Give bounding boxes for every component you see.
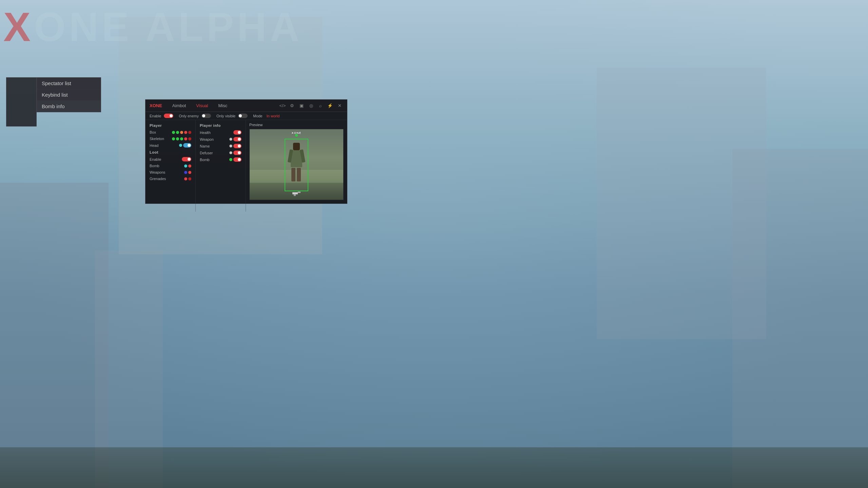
svg-rect-2	[294, 194, 296, 196]
col-preview: Preview XONE	[246, 120, 347, 212]
tab-misc[interactable]: Misc	[214, 102, 232, 110]
box-dot-2[interactable]	[176, 131, 179, 134]
loot-enable-row: Enable	[150, 157, 191, 161]
loot-weapons-label: Weapons	[150, 170, 183, 174]
only-enemy-label: Only enemy	[179, 114, 199, 118]
weapon-dot[interactable]	[229, 138, 232, 141]
loot-grenades-dot-right[interactable]	[188, 177, 191, 180]
box-dot-4[interactable]	[184, 131, 187, 134]
health-row: Health	[200, 130, 242, 135]
panel-header: XONE Aimbot Visual Misc </> ⚙ ▣ ◎ ⌕ ⚡ ✕	[146, 100, 347, 112]
only-visible-label: Only visible	[216, 114, 235, 118]
box-dot-3[interactable]	[180, 131, 183, 134]
health-toggle[interactable]	[233, 130, 242, 135]
weapon-label: Weapon	[200, 137, 229, 141]
head-toggle[interactable]	[183, 143, 191, 148]
close-icon[interactable]: ✕	[336, 103, 343, 108]
name-toggle[interactable]	[233, 144, 242, 148]
defuser-row: Defuser	[200, 151, 242, 155]
bg-overlay	[0, 0, 868, 488]
doc-icon[interactable]: ▣	[298, 103, 305, 108]
loot-bomb-row: Bomb	[150, 164, 191, 168]
context-item-bomb-info[interactable]: Bomb info	[37, 101, 101, 112]
loot-grenades-row: Grenades	[150, 177, 191, 181]
loot-grenades-dot-left[interactable]	[184, 177, 187, 180]
only-enemy-toggle[interactable]	[201, 114, 211, 118]
bomb-label: Bomb	[200, 158, 229, 162]
only-visible-toggle[interactable]	[238, 114, 248, 118]
name-dot[interactable]	[229, 144, 232, 148]
bomb-row: Bomb	[200, 157, 242, 162]
loot-section-title: Loot	[150, 150, 191, 154]
loot-weapons-dot-right[interactable]	[188, 171, 191, 174]
gear-icon[interactable]: ⚙	[289, 103, 295, 108]
skeleton-label: Skeleton	[150, 137, 171, 141]
player-section-title: Player	[150, 123, 191, 128]
defuser-toggle[interactable]	[233, 151, 242, 155]
head-dot-cyan[interactable]	[179, 144, 182, 147]
panel-body: Player Box Skeleton	[146, 120, 347, 212]
enable-section: Enable	[150, 114, 173, 118]
preview-gun	[292, 190, 301, 198]
enable-toggle[interactable]	[164, 114, 173, 118]
player-info-title: Player info	[200, 123, 242, 128]
box-dot-5[interactable]	[188, 131, 191, 134]
panel-logo: XONE	[150, 103, 162, 108]
target-icon[interactable]: ◎	[308, 103, 314, 108]
loot-bomb-label: Bomb	[150, 164, 183, 168]
context-item-spectator-list[interactable]: Spectator list	[37, 78, 101, 89]
box-dot-1[interactable]	[172, 131, 175, 134]
defuser-dot[interactable]	[229, 151, 232, 154]
name-row: Name	[200, 144, 242, 148]
player-section: Player Box Skeleton	[150, 123, 191, 148]
loot-section: Loot Enable Bomb Weapons	[150, 150, 191, 181]
box-label: Box	[150, 130, 171, 134]
loot-enable-toggle[interactable]	[182, 157, 191, 161]
health-label: Health	[200, 131, 233, 135]
svg-rect-1	[298, 192, 301, 193]
preview-box: XONE	[249, 129, 344, 200]
watermark-x: X	[3, 4, 34, 50]
code-icon[interactable]: </>	[279, 103, 286, 108]
lightning-icon[interactable]: ⚡	[327, 103, 333, 108]
mode-section: Mode In world	[253, 114, 279, 118]
col-player-info: Player info Health Weapon Name	[196, 120, 246, 212]
loot-bomb-dot-right[interactable]	[188, 164, 191, 168]
only-visible-section: Only visible	[216, 114, 248, 118]
search-icon[interactable]: ⌕	[317, 103, 324, 108]
loot-enable-label: Enable	[150, 157, 161, 161]
loot-bomb-dot-left[interactable]	[184, 164, 187, 168]
skeleton-dot-4[interactable]	[184, 137, 187, 140]
logo-rest: ONE	[153, 103, 162, 108]
skeleton-dot-3[interactable]	[180, 137, 183, 140]
skeleton-dot-5[interactable]	[188, 137, 191, 140]
skeleton-dot-2[interactable]	[176, 137, 179, 140]
enable-label: Enable	[150, 114, 161, 118]
weapon-toggle[interactable]	[233, 137, 242, 141]
context-menu: Spectator list Keybind list Bomb info	[37, 77, 101, 112]
head-row: Head	[150, 143, 191, 148]
skeleton-dot-1[interactable]	[172, 137, 175, 140]
preview-head-dot	[295, 134, 298, 137]
bomb-toggle[interactable]	[233, 157, 242, 162]
defuser-label: Defuser	[200, 151, 229, 155]
loot-weapons-row: Weapons	[150, 170, 191, 174]
preview-player-box	[285, 139, 308, 191]
header-icons: </> ⚙ ▣ ◎ ⌕ ⚡ ✕	[279, 103, 343, 108]
only-enemy-section: Only enemy	[179, 114, 211, 118]
mode-label: Mode	[253, 114, 263, 118]
tab-aimbot[interactable]: Aimbot	[168, 102, 191, 110]
loot-weapons-dot-left[interactable]	[184, 171, 187, 174]
preview-title: Preview	[249, 123, 344, 127]
box-row: Box	[150, 130, 191, 134]
skeleton-row: Skeleton	[150, 137, 191, 141]
context-item-keybind-list[interactable]: Keybind list	[37, 89, 101, 101]
bomb-dot[interactable]	[229, 158, 232, 161]
logo-x: X	[150, 103, 153, 108]
watermark-rest: ONE ALPHA	[34, 4, 303, 50]
enable-row: Enable Only enemy Only visible Mode In w…	[146, 112, 347, 120]
head-label: Head	[150, 143, 178, 148]
watermark: XONE ALPHA	[3, 3, 303, 50]
name-label: Name	[200, 144, 229, 148]
tab-visual[interactable]: Visual	[191, 102, 213, 110]
